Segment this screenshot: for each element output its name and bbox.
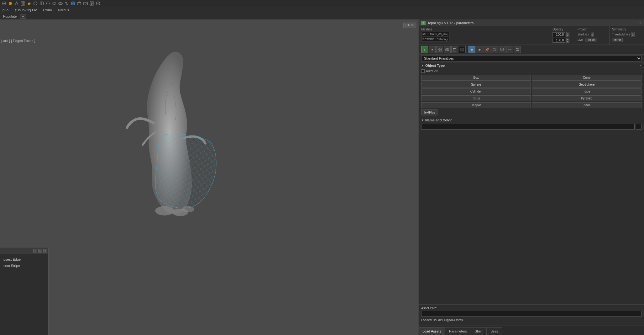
mesh2-input[interactable]	[421, 37, 449, 41]
tool-select[interactable]: ●	[421, 46, 428, 53]
name-input-field[interactable]	[421, 124, 635, 130]
threshold-down[interactable]: ▼	[631, 35, 635, 37]
mirror-button[interactable]: Mirror	[612, 38, 623, 42]
icon-11[interactable]	[70, 1, 76, 6]
autogrid-checkbox[interactable]	[421, 69, 425, 73]
opacity2-down[interactable]: ▼	[566, 40, 569, 43]
icon-0[interactable]	[1, 1, 7, 6]
opacity1-input[interactable]	[552, 32, 565, 37]
secondary-toolbar: Populate ▼	[0, 13, 644, 19]
tool-link[interactable]: ⛓	[514, 46, 521, 53]
minimize-button[interactable]: ─	[33, 249, 37, 253]
loaded-assets-label: Loaded Houdini Digital Assets	[421, 318, 641, 322]
panel-item-closest-edge[interactable]: osest Edge	[3, 256, 46, 263]
opacity-label: Opacity	[552, 28, 572, 31]
prim-geosphere[interactable]: GeoSphere	[532, 82, 641, 88]
primitives-grid: Box Cone Sphere GeoSphere Cylinder Tube …	[421, 75, 641, 108]
project-button[interactable]: Project	[585, 38, 597, 42]
opacity1-down[interactable]: ▼	[566, 35, 569, 37]
tool-dark[interactable]	[459, 46, 466, 53]
tool-grid[interactable]	[436, 46, 443, 53]
prim-plane[interactable]: Plane	[532, 102, 641, 108]
icon-14[interactable]	[89, 1, 95, 6]
tool-pin[interactable]: 📌	[484, 46, 490, 53]
icon-1[interactable]	[8, 1, 13, 6]
tab-sess[interactable]: Sess	[487, 327, 502, 335]
prim-teapot[interactable]: Teapot	[421, 102, 531, 108]
close-button[interactable]: ×	[43, 249, 47, 253]
mesh1-input[interactable]	[421, 32, 449, 36]
prim-textplus[interactable]: TextPlus	[421, 109, 437, 115]
icon-3[interactable]	[20, 1, 26, 6]
object-type-section: ▼ Object Type × AutoGrid Box Cone Sphere…	[419, 62, 644, 117]
autogrid-label[interactable]: AutoGrid	[421, 69, 438, 73]
icon-6[interactable]	[39, 1, 45, 6]
svg-point-39	[447, 49, 448, 51]
prim-cylinder[interactable]: Cylinder	[421, 88, 531, 94]
opacity1-spinner: ▲ ▼	[566, 32, 569, 37]
icon-12[interactable]	[76, 1, 82, 6]
prim-torus[interactable]: Torus	[421, 95, 531, 101]
tool-move[interactable]: ✦	[429, 46, 436, 53]
icon-4[interactable]	[26, 1, 32, 6]
tool-box[interactable]	[451, 46, 458, 53]
shell-down[interactable]: ▼	[591, 35, 594, 37]
opacity2-row: ▲ ▼	[552, 38, 572, 43]
right-panel: T TopoLogik V1.12 - parameters × Meshes …	[418, 19, 644, 335]
svg-rect-20	[84, 2, 87, 5]
left-panel-titlebar: ─ □ ×	[0, 247, 48, 254]
prim-box[interactable]: Box	[421, 75, 531, 81]
shell-up[interactable]: ▲	[591, 32, 594, 35]
opacity2-up[interactable]: ▲	[566, 38, 569, 40]
top-toolbar: ?	[0, 0, 644, 7]
icon-13[interactable]	[83, 1, 88, 6]
menu-pfo[interactable]: pFo	[1, 8, 10, 12]
shell-spinner: ▲ ▼	[591, 32, 594, 37]
back-label: BACK	[403, 23, 416, 28]
icon-8[interactable]	[51, 1, 57, 6]
asset-path-input[interactable]	[421, 311, 641, 316]
menu-exim[interactable]: Ex/Im	[42, 8, 53, 12]
textplus-row: TextPlus	[421, 109, 641, 115]
tab-shelf[interactable]: Shelf	[471, 327, 487, 335]
live-label: Live	[578, 38, 583, 41]
icon-2[interactable]	[14, 1, 19, 6]
meshes-label: Meshes	[421, 28, 547, 31]
color-swatch[interactable]	[636, 124, 641, 130]
menu-bsub[interactable]: †Bsub-Obj Piv	[13, 8, 38, 12]
populate-button[interactable]: Populate	[2, 14, 18, 18]
prim-cone[interactable]: Cone	[532, 75, 641, 81]
panel-item-custom-stripe[interactable]: com Stripe	[3, 263, 46, 269]
opacity1-up[interactable]: ▲	[566, 32, 569, 35]
tool-video[interactable]	[491, 46, 498, 53]
topologik-close-btn[interactable]: ×	[640, 21, 641, 25]
maximize-button[interactable]: □	[38, 249, 42, 253]
threshold-up[interactable]: ▲	[631, 32, 635, 35]
svg-point-21	[85, 3, 86, 4]
object-type-header[interactable]: ▼ Object Type ×	[421, 64, 641, 67]
populate-options[interactable]: ▼	[20, 14, 26, 19]
name-color-row	[421, 124, 641, 130]
prim-tube[interactable]: Tube	[532, 88, 641, 94]
help-icon[interactable]: ?	[95, 1, 101, 6]
object-type-close[interactable]: ×	[640, 64, 641, 67]
icon-10[interactable]	[64, 1, 70, 6]
prim-sphere[interactable]: Sphere	[421, 82, 531, 88]
opacity2-input[interactable]	[552, 38, 565, 43]
autogrid-text: AutoGrid	[426, 69, 438, 73]
tool-diamond[interactable]: ◈	[476, 46, 483, 53]
icon-9[interactable]	[58, 1, 63, 6]
std-primitives-select[interactable]: Standard Primitives	[421, 55, 641, 61]
topo-toolbar-row: ● ✦ ● ◈ 📌 ⛓	[419, 45, 644, 55]
tool-wave[interactable]	[506, 46, 513, 53]
tool-camera[interactable]	[444, 46, 451, 53]
name-color-header[interactable]: ▼ Name and Color	[421, 118, 641, 122]
tab-parameters[interactable]: Parameters	[445, 327, 471, 335]
tool-active-dot[interactable]: ●	[469, 46, 475, 53]
icon-5[interactable]	[33, 1, 38, 6]
prim-pyramid[interactable]: Pyramid	[532, 95, 641, 101]
tool-layers[interactable]	[499, 46, 505, 53]
icon-7[interactable]	[45, 1, 51, 6]
menu-nitrous[interactable]: Nitrous	[57, 8, 70, 12]
tab-load-assets[interactable]: Load Assets	[419, 327, 445, 335]
